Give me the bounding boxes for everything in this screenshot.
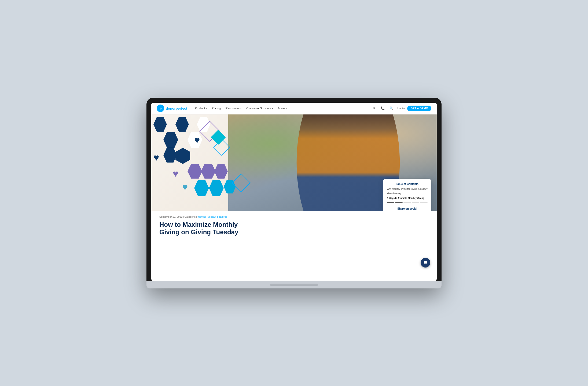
search-icon[interactable]: 🔍 [388, 105, 395, 111]
toc-heading: Table of Contents [387, 183, 428, 185]
post-title: How to Maximize Monthly Giving on Giving… [159, 221, 288, 236]
table-of-contents-card: Table of Contents Why monthly giving for… [383, 179, 431, 211]
post-metadata: September 12, 2022 | Categories #GivingT… [159, 215, 429, 218]
chevron-down-icon: ▾ [286, 107, 287, 110]
category-featured[interactable]: Featured [217, 215, 227, 218]
heart-shape: ♥ [182, 181, 188, 193]
chevron-down-icon: ▾ [240, 107, 241, 110]
phone-icon[interactable]: 📞 [380, 105, 386, 111]
heart-shape: ♥ [173, 168, 178, 179]
post-date: September 12, 2022 [159, 215, 182, 218]
diamond-filled [211, 129, 226, 145]
nav-right: 🏳 📞 🔍 Login GET A DEMO [372, 105, 431, 111]
hero-image: ♥ ♥ ♥ ♥ Table of Contents Why monthly gi… [151, 114, 437, 211]
heart-shape: ♥ [194, 135, 200, 146]
flag-icon[interactable]: 🏳 [372, 105, 377, 111]
toc-item-active[interactable]: 5 Ways to Promote Monthly Giving [387, 197, 428, 200]
toc-progress-bar [387, 202, 428, 203]
nav-item-customer-success[interactable]: Customer Success ▾ [244, 105, 275, 112]
category-separator: , [216, 215, 216, 218]
logo-icon: dp [157, 105, 164, 112]
diamond-outline [199, 121, 220, 142]
chevron-down-icon: ▾ [206, 107, 207, 110]
nav-item-resources[interactable]: Resources ▾ [223, 105, 244, 112]
login-link[interactable]: Login [397, 107, 405, 110]
chevron-down-icon: ▾ [272, 107, 273, 110]
post-content: September 12, 2022 | Categories #GivingT… [151, 211, 437, 242]
nav-item-about[interactable]: About ▾ [276, 105, 290, 112]
share-heading: Share on social [387, 207, 428, 210]
chat-button[interactable] [421, 258, 430, 268]
brand-name: donorperfect [166, 106, 187, 110]
category-giving-tuesday[interactable]: #GivingTuesday [197, 215, 216, 218]
categories-label: | Categories [183, 215, 197, 218]
nav-item-product[interactable]: Product ▾ [193, 105, 209, 112]
navbar: dp donorperfect Product ▾ Pricing Resour… [151, 103, 437, 114]
logo[interactable]: dp donorperfect [157, 105, 187, 112]
nav-menu: Product ▾ Pricing Resources ▾ Customer S… [193, 105, 372, 112]
nav-item-pricing[interactable]: Pricing [210, 105, 223, 112]
get-demo-button[interactable]: GET A DEMO [407, 106, 431, 111]
diamond-outline [213, 139, 230, 156]
toc-item[interactable]: The takeaway [387, 192, 428, 195]
heart-shape: ♥ [153, 152, 159, 163]
toc-item[interactable]: Why monthly giving for Giving Tuesday? [387, 188, 428, 191]
